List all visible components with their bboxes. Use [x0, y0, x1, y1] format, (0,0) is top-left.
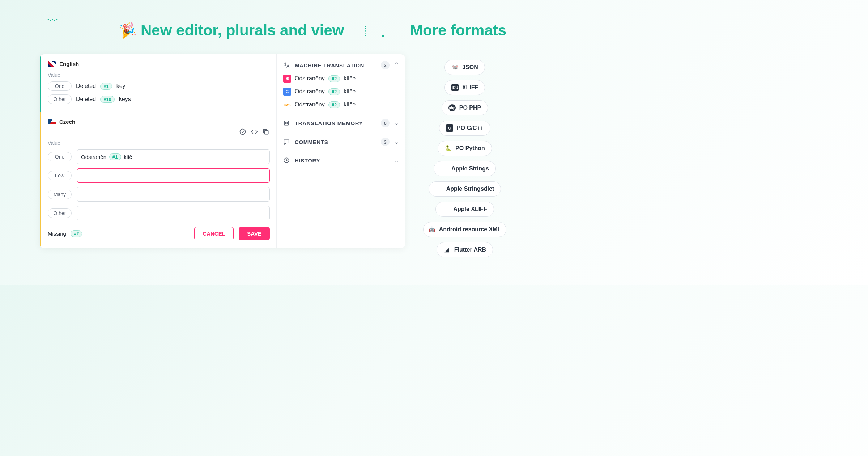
source-value-label: Value	[48, 72, 270, 78]
format-chip-po-c[interactable]: CPO C/C++	[439, 121, 490, 136]
icu-icon: ICU	[451, 84, 459, 91]
format-chip-apple-stringsdict[interactable]: Apple Stringsdict	[429, 181, 501, 197]
flag-gb-icon	[48, 61, 56, 67]
missing-indicator: Missing: #2	[48, 230, 82, 237]
mt-panel-header[interactable]: MACHINE TRANSLATION 3 ⌃	[282, 61, 399, 69]
mt-text: Odstraněny	[295, 75, 325, 82]
source-plural-row: Other Deleted #10 keys	[48, 94, 270, 104]
target-language-section: Czech Value One Odstraněn #1 klíč Few	[40, 112, 276, 248]
title-text: New editor, plurals and view	[141, 22, 344, 39]
source-plural-row: One Deleted #1 key	[48, 81, 270, 91]
plural-text: klíč	[124, 154, 132, 160]
format-chip-apple-xliff[interactable]: Apple XLIFF	[435, 202, 494, 217]
chevron-down-icon: ⌄	[394, 156, 399, 164]
plural-input-one[interactable]: Odstraněn #1 klíč	[77, 149, 270, 164]
caret-icon	[81, 172, 81, 179]
apple-icon	[441, 165, 448, 172]
mt-count-badge: 3	[381, 61, 390, 69]
format-chip-po-php[interactable]: phpPO PHP	[442, 100, 488, 115]
mt-suggestion-row[interactable]: G Odstraněny #2 klíče	[282, 88, 399, 96]
formats-heading: More formats	[410, 22, 506, 39]
format-chip-apple-strings[interactable]: Apple Strings	[434, 161, 496, 176]
target-language-header: Czech	[48, 119, 270, 125]
formats-list: 🐭JSON ICUXLIFF phpPO PHP CPO C/C++ 🐍PO P…	[423, 60, 506, 257]
chevron-down-icon: ⌄	[394, 119, 399, 127]
count-chip: #2	[328, 75, 340, 82]
plural-input-many[interactable]	[77, 187, 270, 202]
apple-icon	[435, 185, 443, 193]
editor-tools-row	[48, 128, 270, 136]
target-value-label: Value	[48, 140, 270, 146]
svg-point-3	[286, 122, 288, 124]
count-chip: #2	[328, 101, 340, 108]
mt-suggestion-row[interactable]: ✱ Odstraněny #2 klíče	[282, 75, 399, 83]
mt-text: klíče	[344, 75, 356, 82]
cancel-button[interactable]: CANCEL	[194, 227, 234, 240]
code-icon[interactable]	[250, 128, 258, 136]
decoration-squiggle: 〰	[359, 26, 370, 36]
apple-icon	[442, 206, 450, 213]
history-panel: HISTORY ⌄	[282, 156, 399, 164]
history-title: HISTORY	[295, 157, 390, 164]
php-icon: php	[448, 104, 456, 111]
editor-footer: Missing: #2 CANCEL SAVE	[48, 227, 270, 240]
target-plural-row: Many	[48, 187, 270, 202]
decoration-squiggle: 〰	[47, 14, 58, 27]
tm-title: TRANSLATION MEMORY	[295, 120, 376, 126]
plural-form-badge: One	[48, 152, 72, 161]
comments-title: COMMENTS	[295, 139, 376, 145]
format-chip-android-xml[interactable]: 🤖Android resource XML	[423, 222, 506, 237]
android-icon: 🤖	[429, 226, 435, 233]
machine-translation-panel: MACHINE TRANSLATION 3 ⌃ ✱ Odstraněny #2 …	[282, 61, 399, 109]
chevron-down-icon: ⌄	[394, 138, 399, 146]
tolgee-provider-icon: ✱	[283, 75, 291, 83]
target-language-name: Czech	[59, 119, 75, 125]
tm-count-badge: 0	[381, 119, 390, 127]
plural-input-other[interactable]	[77, 206, 270, 220]
plural-text: Odstraněn	[81, 154, 106, 160]
copy-icon[interactable]	[262, 128, 270, 136]
mt-text: Odstraněny	[295, 88, 325, 95]
format-chip-json[interactable]: 🐭JSON	[444, 60, 485, 75]
party-icon: 🎉	[118, 21, 137, 40]
history-panel-header[interactable]: HISTORY ⌄	[282, 156, 399, 164]
flutter-icon: ◢	[443, 246, 451, 253]
format-chip-po-python[interactable]: 🐍PO Python	[438, 141, 492, 156]
comments-panel-header[interactable]: COMMENTS 3 ⌄	[282, 138, 399, 146]
svg-point-0	[240, 129, 246, 135]
tm-panel-header[interactable]: TRANSLATION MEMORY 0 ⌄	[282, 119, 399, 127]
validate-icon[interactable]	[239, 128, 247, 136]
chevron-up-icon: ⌃	[394, 61, 399, 69]
source-language-name: English	[59, 61, 79, 67]
source-language-section: English Value One Deleted #1 key Other D…	[40, 54, 276, 112]
target-plural-row: Other	[48, 206, 270, 220]
count-chip: #1	[100, 83, 112, 90]
plural-form-badge: Many	[48, 190, 72, 199]
translation-memory-panel: TRANSLATION MEMORY 0 ⌄	[282, 119, 399, 127]
plural-form-badge: Few	[48, 171, 72, 180]
plural-form-badge: Other	[48, 208, 72, 218]
comments-panel: COMMENTS 3 ⌄	[282, 138, 399, 146]
comments-count-badge: 3	[381, 138, 390, 146]
aws-provider-icon: aws	[283, 101, 291, 109]
python-icon: 🐍	[444, 145, 452, 152]
flag-cz-icon	[48, 119, 56, 124]
source-language-header: English	[48, 61, 270, 67]
count-chip: #10	[100, 96, 115, 103]
target-plural-row: One Odstraněn #1 klíč	[48, 149, 270, 164]
translate-icon	[282, 62, 290, 69]
format-chip-flutter-arb[interactable]: ◢Flutter ARB	[437, 242, 493, 257]
save-button[interactable]: SAVE	[239, 227, 270, 240]
svg-rect-1	[265, 131, 268, 134]
decoration-dot: ●	[382, 33, 384, 38]
plural-form-badge: One	[48, 81, 72, 91]
count-chip: #2	[328, 88, 340, 95]
target-plural-row: Few	[48, 168, 270, 183]
plural-text: Deleted	[76, 83, 96, 89]
plural-input-few[interactable]	[77, 168, 270, 183]
page-title: 🎉 New editor, plurals and view	[119, 22, 344, 39]
plural-text: keys	[119, 96, 131, 102]
format-chip-xliff[interactable]: ICUXLIFF	[444, 80, 485, 95]
mt-suggestion-row[interactable]: aws Odstraněny #2 klíče	[282, 101, 399, 109]
plural-text: Deleted	[76, 96, 96, 102]
